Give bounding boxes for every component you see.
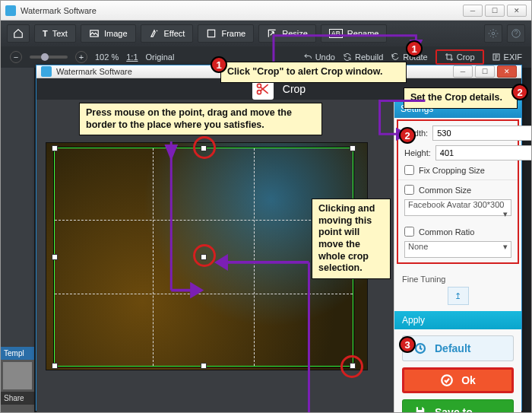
main-titlebar[interactable]: Watermark Software ─ ☐ ✕ bbox=[1, 1, 531, 21]
fine-tune-label: Fine Tuning bbox=[402, 275, 445, 284]
maximize-button[interactable]: ☐ bbox=[485, 5, 505, 17]
callout-set-details: Set the Crop details. bbox=[404, 87, 518, 109]
badge-2b: 2 bbox=[399, 127, 416, 144]
rebuild-button[interactable]: Rebuild bbox=[343, 52, 383, 62]
common-size-select[interactable]: Facebook Avatar 300*300▾ bbox=[404, 199, 511, 216]
crop-banner-label: Crop bbox=[283, 83, 306, 95]
common-ratio-checkbox[interactable] bbox=[404, 227, 414, 237]
crop-close-button[interactable]: ✕ bbox=[497, 65, 517, 78]
width-input[interactable] bbox=[432, 125, 532, 141]
text-button[interactable]: TText bbox=[34, 24, 76, 43]
crop-window-title: Watermark Software bbox=[56, 67, 132, 76]
handle-top-mid[interactable] bbox=[201, 145, 207, 151]
common-ratio-label: Common Ratio bbox=[419, 227, 474, 237]
zoom-slider[interactable] bbox=[30, 56, 68, 59]
crop-button[interactable]: Crop bbox=[435, 49, 484, 65]
app-icon bbox=[5, 5, 16, 16]
handle-bot-mid[interactable] bbox=[201, 363, 207, 369]
handle-mid-left[interactable] bbox=[52, 254, 58, 260]
handle-center[interactable] bbox=[201, 254, 207, 260]
callout-click-crop: Click "Crop" to alert Crop window. bbox=[220, 62, 407, 83]
badge-2: 2 bbox=[511, 84, 528, 100]
left-footer: Templ Share bbox=[1, 347, 34, 412]
image-button[interactable]: Image bbox=[81, 24, 136, 43]
common-size-label: Common Size bbox=[419, 186, 471, 195]
gear-icon[interactable] bbox=[484, 24, 502, 43]
fix-size-checkbox[interactable] bbox=[404, 165, 414, 175]
handle-bot-left[interactable] bbox=[52, 363, 58, 369]
effect-button[interactable]: Effect bbox=[141, 24, 194, 43]
template-thumb[interactable] bbox=[3, 362, 32, 389]
crop-window: Watermark Software ─ ☐ ✕ Crop bbox=[36, 65, 522, 411]
badge-3: 3 bbox=[399, 336, 416, 353]
zoom-out-icon[interactable]: − bbox=[10, 51, 22, 63]
main-title: Watermark Software bbox=[21, 6, 97, 15]
common-size-checkbox[interactable] bbox=[404, 185, 414, 195]
crop-side-panel: Settings Width: Height: Fix Cropping Siz… bbox=[394, 100, 521, 413]
exif-button[interactable]: EXIF bbox=[492, 52, 522, 62]
crop-selection[interactable] bbox=[54, 148, 353, 367]
handle-bot-right[interactable] bbox=[350, 363, 356, 369]
crop-maximize-button[interactable]: ☐ bbox=[475, 65, 495, 78]
zoom-percent: 102 % bbox=[95, 52, 119, 62]
badge-1b: 1 bbox=[211, 56, 227, 73]
height-input[interactable] bbox=[435, 145, 532, 160]
crop-workspace: Press mouse on the point, drag and move … bbox=[36, 100, 394, 413]
help-icon[interactable] bbox=[507, 24, 525, 43]
crop-minimize-button[interactable]: ─ bbox=[453, 65, 473, 78]
home-button[interactable] bbox=[7, 24, 30, 43]
original-label[interactable]: Original bbox=[146, 52, 175, 62]
zoom-in-icon[interactable]: + bbox=[75, 51, 87, 63]
undo-button[interactable]: Undo bbox=[303, 52, 335, 62]
callout-drag-border: Press mouse on the point, drag and move … bbox=[79, 103, 322, 135]
settings-box: Width: Height: Fix Cropping Size Common … bbox=[397, 119, 519, 264]
ratio-label[interactable]: 1:1 bbox=[126, 52, 138, 62]
templates-tab[interactable]: Templ bbox=[1, 347, 34, 360]
height-label: Height: bbox=[404, 148, 431, 157]
handle-top-left[interactable] bbox=[52, 145, 58, 151]
ok-button[interactable]: Ok bbox=[402, 367, 514, 393]
fine-tune-up-button[interactable]: ↥ bbox=[448, 287, 469, 305]
minimize-button[interactable]: ─ bbox=[463, 5, 483, 17]
apply-header: Apply bbox=[394, 311, 521, 329]
fine-tune-section: Fine Tuning ↥ bbox=[394, 268, 521, 311]
default-button[interactable]: Default bbox=[402, 335, 514, 361]
resize-button[interactable]: Resize bbox=[258, 24, 316, 43]
rename-button[interactable]: ABRename bbox=[321, 24, 388, 43]
common-ratio-select[interactable]: None▾ bbox=[404, 241, 511, 258]
badge-1: 1 bbox=[406, 40, 423, 57]
callout-center-move: Clicking and moving this point will move… bbox=[312, 199, 391, 279]
handle-top-right[interactable] bbox=[350, 145, 356, 151]
frame-button[interactable]: Frame bbox=[198, 24, 254, 43]
main-toolbar: TText Image Effect Frame Resize ABRename bbox=[1, 21, 531, 46]
share-button[interactable]: Share bbox=[1, 392, 34, 405]
app-icon bbox=[41, 66, 52, 77]
fix-size-label: Fix Cropping Size bbox=[419, 166, 485, 175]
svg-rect-1 bbox=[208, 30, 215, 37]
close-button[interactable]: ✕ bbox=[507, 5, 527, 17]
svg-point-2 bbox=[492, 32, 495, 35]
save-button[interactable]: Save to... bbox=[402, 399, 514, 413]
